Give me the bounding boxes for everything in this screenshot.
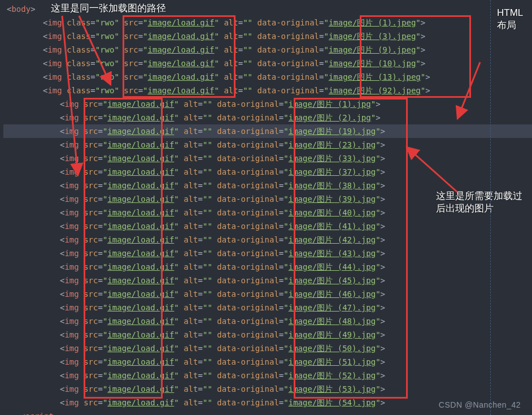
img-tag: img [64, 262, 79, 271]
annotation-label-html: HTML布局 [497, 7, 525, 32]
img-tag: img [47, 72, 62, 81]
img-tag: img [47, 45, 62, 54]
body-tag: body [11, 5, 30, 14]
code-line: <img src="image/load.gif" alt="" data-or… [3, 138, 532, 152]
code-line: <img src="image/load.gif" alt="" data-or… [3, 382, 532, 396]
code-line: <img src="image/load.gif" alt="" data-or… [3, 287, 532, 301]
img-tag: img [64, 317, 79, 326]
img-tag: img [64, 235, 79, 244]
ruler-guide [490, 0, 491, 415]
code-line: <img class="rwo" src="image/load.gif" al… [3, 16, 532, 29]
img-tag: img [64, 289, 79, 299]
code-line: <img src="image/load.gif" alt="" data-or… [3, 165, 532, 179]
code-line: <img src="image/load.gif" alt="" data-or… [3, 152, 532, 165]
code-line: <img class="rwo" src="image/load.gif" al… [3, 84, 532, 97]
img-tag: img [64, 113, 79, 122]
img-tag: img [64, 276, 79, 285]
code-line: <img src="image/load.gif" alt="" data-or… [3, 260, 532, 274]
code-line: <img src="image/load.gif" alt="" data-or… [3, 247, 532, 260]
code-line: <img src="image/load.gif" alt="" data-or… [3, 355, 532, 369]
code-line: <img src="image/load.gif" alt="" data-or… [3, 97, 532, 111]
annotation-label-top: 这里是同一张加载图的路径 [51, 2, 166, 15]
watermark: CSDN @Nanchen_42 [439, 398, 521, 412]
img-tag: img [64, 208, 79, 217]
img-tag: img [64, 384, 79, 394]
code-line: <img class="rwo" src="image/load.gif" al… [3, 29, 532, 43]
annotation-label-images: 这里是所需要加载过后出现的图片 [436, 190, 526, 215]
img-tag: img [47, 32, 62, 41]
code-line: <img src="image/load.gif" alt="" data-or… [3, 124, 532, 138]
code-line: <img src="image/load.gif" alt="" data-or… [3, 111, 532, 124]
img-tag: img [64, 167, 79, 176]
img-tag: img [47, 86, 62, 95]
code-line: <img class="rwo" src="image/load.gif" al… [3, 43, 532, 57]
img-tag: img [64, 398, 79, 407]
code-line: <img src="image/load.gif" alt="" data-or… [3, 328, 532, 341]
img-tag: img [64, 140, 79, 149]
code-line: <img class="rwo" src="image/load.gif" al… [3, 70, 532, 84]
code-line: <img src="image/load.gif" alt="" data-or… [3, 341, 532, 355]
img-tag: img [64, 181, 79, 190]
code-line: <img src="image/load.gif" alt="" data-or… [3, 274, 532, 287]
code-line: <img src="image/load.gif" alt="" data-or… [3, 314, 532, 328]
code-line: <img src="image/load.gif" alt="" data-or… [3, 219, 532, 233]
img-tag: img [64, 344, 79, 353]
img-tag: img [64, 371, 79, 380]
code-line: <img src="image/load.gif" alt="" data-or… [3, 369, 532, 382]
code-line: <img class="rwo" src="image/load.gif" al… [3, 57, 532, 70]
img-tag: img [64, 222, 79, 231]
img-tag: img [64, 330, 79, 339]
img-tag: img [47, 18, 62, 27]
script-tag: script [25, 412, 54, 415]
img-tag: img [64, 357, 79, 366]
code-line: <img src="image/load.gif" alt="" data-or… [3, 233, 532, 247]
img-tag: img [64, 100, 79, 109]
img-tag: img [64, 127, 79, 136]
img-tag: img [64, 154, 79, 163]
img-tag: img [64, 303, 79, 312]
img-tag: img [47, 59, 62, 68]
img-tag: img [64, 194, 79, 204]
code-line: <img src="image/load.gif" alt="" data-or… [3, 301, 532, 314]
img-tag: img [64, 249, 79, 258]
